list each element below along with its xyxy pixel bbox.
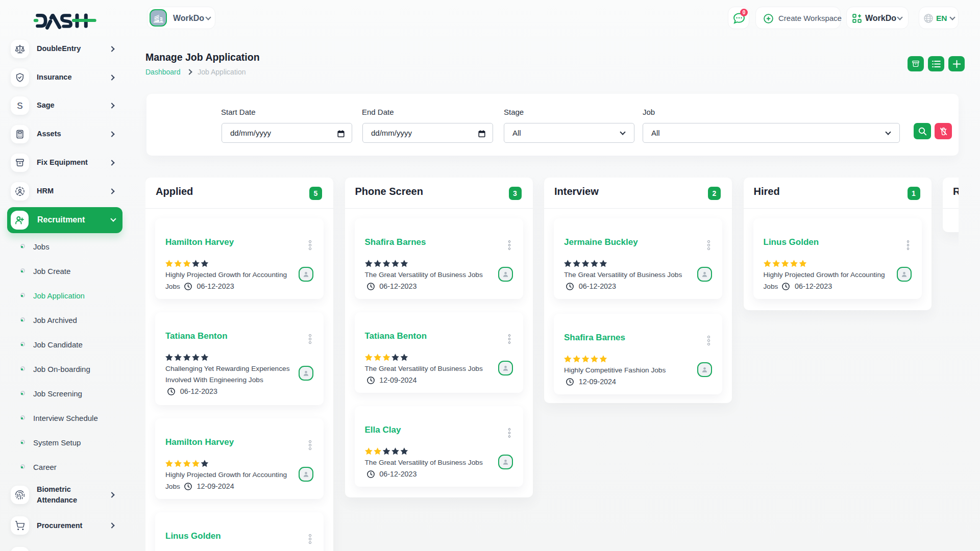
svg-text:S: S [17,101,22,111]
